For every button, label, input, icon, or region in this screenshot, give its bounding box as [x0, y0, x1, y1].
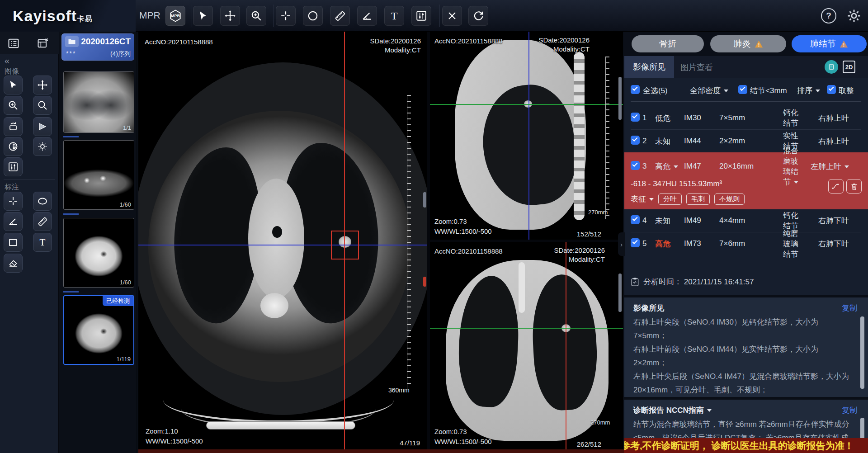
crosshair-vertical-blue[interactable] — [528, 32, 529, 240]
thumbnail-series-3[interactable]: 1/60 — [63, 218, 134, 288]
report-doc-icon — [828, 63, 835, 71]
thumbnail-series-1[interactable]: 1/1 — [63, 71, 134, 133]
feature-tag[interactable]: 毛刺 — [686, 193, 710, 205]
slice-scrollbar-thumb[interactable] — [423, 192, 426, 208]
coronal-viewport[interactable]: AccNO:202101158888 SDate:20200126 Modali… — [430, 242, 623, 450]
zoom-tool-button[interactable] — [246, 6, 266, 26]
sort-dropdown[interactable]: 排序 — [797, 85, 820, 96]
sidebar-collapse-button[interactable]: « — [5, 56, 9, 66]
subtab-imaging-findings[interactable]: 影像所见 — [624, 56, 674, 78]
nodule-row-2[interactable]: 2 未知 IM44 2×2mm 实性结节 右肺上叶 — [624, 130, 868, 152]
text-annotation-button[interactable]: T — [33, 233, 52, 252]
row-checkbox[interactable] — [631, 161, 640, 170]
eraser-button[interactable] — [4, 254, 23, 273]
copy-findings-link[interactable]: 复制 — [842, 303, 857, 313]
axial-viewport[interactable]: AccNO:202101158888 SDate:20200126 Modali… — [138, 32, 427, 453]
feature-tag[interactable]: 分叶 — [658, 193, 682, 205]
magnify-sidebar-button[interactable] — [33, 96, 52, 115]
brightness-button[interactable] — [33, 137, 52, 156]
row-checkbox[interactable] — [631, 238, 640, 247]
round-label[interactable]: 取整 — [839, 85, 854, 96]
delete-nodule-button[interactable] — [846, 179, 862, 193]
rectangle-annotation-button[interactable] — [4, 233, 23, 252]
circle-icon — [307, 10, 319, 22]
report-bubble-button[interactable] — [825, 60, 838, 74]
copy-report-link[interactable]: 复制 — [842, 405, 857, 415]
reset-rotate-button[interactable] — [468, 6, 488, 26]
density-filter-dropdown[interactable]: 全部密度 — [690, 85, 728, 96]
help-button[interactable]: ? — [821, 8, 836, 24]
crosshair-annotation-button[interactable] — [4, 192, 23, 211]
rotate-image-button[interactable] — [4, 117, 23, 136]
round-checkbox[interactable] — [827, 85, 836, 94]
nodule-location: 右肺下叶 — [798, 216, 849, 226]
thumbnail-series-4-selected[interactable]: 已经检测 1/119 — [63, 295, 134, 365]
crosshair-tool-button[interactable] — [276, 6, 296, 26]
close-delete-button[interactable] — [442, 6, 462, 26]
pointer-sidebar-button[interactable] — [4, 76, 23, 94]
window-level-button[interactable] — [411, 6, 431, 26]
nodule-position-marker[interactable] — [423, 277, 426, 287]
risk-level-dropdown[interactable]: 高危 — [655, 161, 684, 172]
ruler-tool-button[interactable] — [330, 6, 350, 26]
nodule-row-1[interactable]: 1 低危 IM30 7×5mm 钙化结节 右肺上叶 — [624, 107, 868, 129]
report-title[interactable]: 诊断报告 NCCN指南 — [633, 405, 712, 415]
airway-region — [272, 226, 282, 238]
nodule-location-dropdown[interactable]: 左肺上叶 — [798, 161, 849, 172]
mpr-mode-button[interactable]: MPR — [165, 6, 185, 26]
window-preset-button[interactable] — [4, 157, 23, 176]
thumbnail-series-2[interactable]: 1/60 — [63, 140, 134, 210]
ruler-annotation-button[interactable] — [33, 212, 52, 231]
crosshair-horizontal-green[interactable] — [430, 328, 623, 329]
tab-pneumonia[interactable]: 肺炎 — [710, 35, 786, 52]
slice-scrollbar-thumb[interactable] — [618, 77, 622, 120]
crosshair-horizontal-green[interactable] — [430, 104, 623, 105]
tab-lung-nodule-active[interactable]: 肺结节 — [792, 35, 867, 52]
nodule-roi-box[interactable] — [331, 231, 359, 260]
pan-tool-button[interactable] — [220, 6, 240, 26]
invert-contrast-button[interactable] — [4, 137, 23, 156]
subtab-image-view[interactable]: 图片查看 — [680, 62, 713, 73]
layout-grid-button[interactable] — [4, 34, 23, 53]
nodule-type-dropdown[interactable]: 混合磨玻璃结节 — [778, 146, 798, 187]
imaging-findings-card: 影像所见 复制 右肺上叶尖段（SeNO.4 IM30）见钙化结节影，大小为7×5… — [624, 297, 868, 397]
zoom-in-sidebar-button[interactable] — [4, 96, 23, 115]
nodule-contour-button[interactable] — [828, 179, 844, 193]
text-tool-button[interactable]: T — [384, 6, 404, 26]
crosshair-vertical-red[interactable] — [566, 242, 566, 450]
tab-fracture[interactable]: 骨折 — [632, 35, 704, 52]
row-checkbox[interactable] — [631, 215, 640, 224]
angle-tool-button[interactable] — [357, 6, 377, 26]
feature-dropdown[interactable]: 表征 — [631, 194, 654, 204]
image-section-label: 图像 — [5, 67, 19, 76]
feature-tag[interactable]: 不规则 — [714, 193, 745, 205]
row-checkbox[interactable] — [631, 136, 640, 145]
layout-close-button[interactable] — [33, 34, 52, 53]
flip-button[interactable] — [33, 117, 52, 136]
ellipse-annotation-button[interactable] — [33, 192, 52, 211]
toolbar-separator — [192, 5, 192, 27]
findings-scrollbar[interactable] — [860, 316, 864, 389]
small-nodule-checkbox[interactable] — [738, 85, 747, 94]
measurement-ruler — [605, 57, 609, 219]
nodule-row-5[interactable]: 5 高危 IM73 7×6mm 纯磨玻璃结节 右肺下叶 — [624, 232, 868, 255]
angle-annotation-button[interactable] — [4, 212, 23, 231]
nodule-row-3-selected[interactable]: 3 高危 IM47 20×16mm 混合磨玻璃结节 左肺上叶 — [624, 155, 868, 178]
ellipse-tool-button[interactable] — [303, 6, 323, 26]
pointer-tool-button[interactable] — [193, 6, 213, 26]
nodule-filter-bar: 全选(5) 全部密度 结节<3mm 排序 取整 — [624, 78, 868, 102]
slice-scrollbar-thumb[interactable] — [618, 274, 622, 312]
small-nodule-label[interactable]: 结节<3mm — [750, 85, 787, 96]
2d-view-toggle-button[interactable]: 2D — [843, 61, 855, 73]
crosshair-horizontal-blue[interactable] — [138, 245, 427, 245]
sagittal-viewport[interactable]: AccNO:202101158888 SDate:20200126 Modali… — [430, 32, 623, 240]
row-checkbox[interactable] — [631, 113, 640, 122]
select-all-checkbox[interactable] — [631, 85, 640, 94]
study-header[interactable]: 20200126CT *** (4)序列 — [61, 33, 134, 61]
pan-sidebar-button[interactable] — [33, 76, 52, 94]
settings-button[interactable] — [846, 8, 862, 24]
mpr-mode-label: MPR — [139, 10, 160, 21]
nodule-row-4[interactable]: 4 未知 IM49 4×4mm 钙化结节 右肺下叶 — [624, 209, 868, 232]
panel-expander-handle[interactable]: › — [618, 232, 625, 256]
select-all-label[interactable]: 全选(5) — [643, 85, 668, 96]
